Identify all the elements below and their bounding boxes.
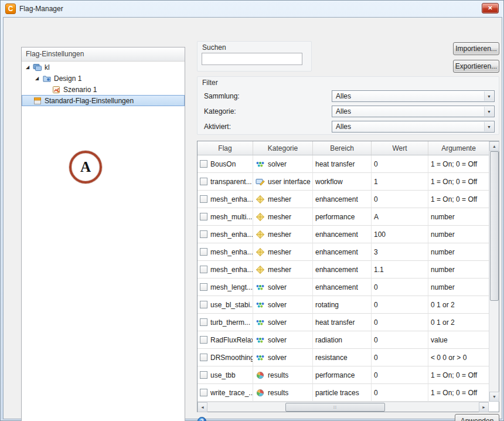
flag-checkbox[interactable] — [200, 283, 207, 291]
scroll-right-button[interactable]: ► — [479, 402, 489, 412]
table-row[interactable]: mesh_multi...mesherperformanceAnumber — [197, 208, 489, 226]
expand-collapse-icon[interactable]: ◢ — [33, 76, 40, 81]
vertical-scrollbar[interactable]: ▲ ▼ — [489, 141, 499, 402]
table-row[interactable]: write_trace_...resultsparticle traces01 … — [197, 384, 489, 402]
wert-cell: 0 — [372, 331, 428, 349]
mesher-icon — [256, 247, 265, 257]
table-row[interactable]: mesh_enha...mesherenhancement100number — [197, 226, 489, 243]
flag-cell: mesh_enha... — [197, 191, 253, 208]
column-header-kategorie[interactable]: Kategorie — [253, 141, 313, 155]
kategorie-cell: solver — [253, 314, 313, 331]
vertical-scroll-thumb[interactable] — [490, 151, 499, 301]
flag-checkbox[interactable] — [200, 301, 207, 308]
table-row[interactable]: use_tbbresultsperformance01 = On; 0 = Of… — [197, 366, 489, 384]
flag-checkbox[interactable] — [200, 230, 207, 238]
dropdown-arrow-icon: ▼ — [484, 107, 493, 116]
flag-cell: use_bl_stabi... — [197, 296, 253, 314]
flag-settings-header: Flag-Einstellungen — [22, 47, 185, 62]
kategorie-label: mesher — [268, 266, 291, 274]
solver-icon — [256, 353, 265, 362]
flag-settings-panel: Flag-Einstellungen ◢kl◢Design 1Szenario … — [21, 47, 185, 421]
solver-icon — [256, 300, 265, 310]
flag-cell: RadFluxRelax — [197, 331, 253, 349]
kategorie-cell: solver — [253, 279, 313, 296]
horizontal-scrollbar[interactable]: ◄ ⁞⁞ ► — [197, 402, 489, 412]
apply-button[interactable]: Anwenden — [455, 414, 499, 421]
flags-table: FlagKategorieBereichWertArgumente BousOn… — [197, 141, 499, 412]
table-row[interactable]: BousOnsolverheat transfer01 = On; 0 = Of… — [197, 155, 489, 173]
flag-checkbox[interactable] — [200, 336, 207, 344]
kategorie-cell: solver — [253, 349, 313, 366]
sammlung-dropdown[interactable]: Alles ▼ — [332, 90, 495, 102]
flag-cell: use_tbb — [197, 366, 253, 384]
argumente-cell: number — [428, 261, 489, 279]
wert-cell: 0 — [372, 191, 428, 208]
scroll-down-icon: ▼ — [492, 395, 496, 399]
flag-checkbox[interactable] — [200, 266, 207, 273]
filter-label-sammlung: Sammlung: — [204, 92, 240, 100]
table-row[interactable]: use_bl_stabi...solverrotating00 1 or 2 — [197, 296, 489, 314]
app-icon: C — [5, 4, 16, 14]
flag-checkbox[interactable] — [200, 195, 207, 203]
expand-collapse-icon[interactable]: ◢ — [24, 64, 31, 70]
bereich-cell: heat transfer — [313, 314, 372, 331]
flag-checkbox[interactable] — [200, 160, 207, 168]
horizontal-scroll-thumb[interactable]: ⁞⁞ — [285, 403, 385, 412]
flag-name: RadFluxRelax — [210, 336, 253, 344]
table-row[interactable]: mesh_lengt...solverenhancement0number — [197, 279, 489, 296]
flag-cell: write_trace_... — [197, 384, 253, 402]
kategorie-label: solver — [268, 301, 287, 309]
table-header-row: FlagKategorieBereichWertArgumente — [197, 141, 489, 155]
flag-checkbox[interactable] — [200, 318, 207, 326]
kategorie-cell: mesher — [253, 261, 313, 279]
kategorie-cell: user interface — [253, 173, 313, 191]
flag-checkbox[interactable] — [200, 213, 207, 220]
window-title: Flag-Manager — [19, 5, 63, 13]
help-icon[interactable]: ? — [197, 417, 206, 421]
flag-checkbox[interactable] — [200, 389, 207, 396]
column-header-argumente[interactable]: Argumente — [428, 141, 489, 155]
flag-name: transparent... — [210, 178, 252, 186]
table-row[interactable]: RadFluxRelaxsolverradiation0value — [197, 331, 489, 349]
kategorie-label: mesher — [268, 195, 291, 203]
dropdown-arrow-icon: ▼ — [484, 91, 493, 101]
scroll-down-button[interactable]: ▼ — [489, 392, 499, 402]
table-row[interactable]: mesh_enha...mesherenhancement3number — [197, 243, 489, 261]
flag-name: mesh_lengt... — [210, 283, 253, 291]
kategorie-cell: solver — [253, 331, 313, 349]
flag-checkbox[interactable] — [200, 178, 207, 185]
table-row[interactable]: mesh_enha...mesherenhancement01 = On; 0 … — [197, 191, 489, 208]
export-button[interactable]: Exportieren... — [453, 60, 499, 73]
bereich-cell: particle traces — [313, 384, 372, 402]
close-button[interactable]: ✕ — [482, 3, 499, 13]
column-header-flag[interactable]: Flag — [197, 141, 253, 155]
titlebar[interactable]: C Flag-Manager ✕ — [1, 1, 503, 17]
column-header-wert[interactable]: Wert — [372, 141, 428, 155]
tree-item-kl[interactable]: ◢kl — [22, 62, 185, 73]
flag-checkbox[interactable] — [200, 354, 207, 361]
bereich-cell: radiation — [313, 331, 372, 349]
tree-item-standard-flag-einstellungen[interactable]: Standard-Flag-Einstellungen — [22, 95, 185, 106]
flag-checkbox[interactable] — [200, 248, 207, 256]
scroll-up-button[interactable]: ▲ — [489, 141, 499, 151]
table-body: BousOnsolverheat transfer01 = On; 0 = Of… — [197, 155, 489, 402]
flag-checkbox[interactable] — [200, 371, 207, 379]
scroll-left-button[interactable]: ◄ — [197, 402, 207, 412]
column-header-bereich[interactable]: Bereich — [313, 141, 372, 155]
argumente-cell: 0 1 or 2 — [428, 314, 489, 331]
argumente-cell: 0 1 or 2 — [428, 296, 489, 314]
folders-icon — [33, 63, 42, 72]
kategorie-dropdown[interactable]: Alles ▼ — [332, 106, 495, 117]
tree-item-szenario-1[interactable]: Szenario 1 — [22, 84, 185, 95]
tree-item-design-1[interactable]: ◢Design 1 — [22, 73, 185, 84]
table-row[interactable]: mesh_enha...mesherenhancement1.1number — [197, 261, 489, 279]
aktiviert-dropdown[interactable]: Alles ▼ — [332, 121, 495, 133]
table-row[interactable]: DRSmoothingsolverresistance0< 0 0 or > 0 — [197, 349, 489, 366]
search-input[interactable] — [202, 53, 302, 65]
solver-icon — [256, 283, 265, 292]
table-row[interactable]: turb_therm...solverheat transfer00 1 or … — [197, 314, 489, 331]
filter-label-kategorie: Kategorie: — [204, 107, 236, 116]
argumente-cell: < 0 0 or > 0 — [428, 349, 489, 366]
table-row[interactable]: transparent...user interfaceworkflow11 =… — [197, 173, 489, 191]
import-button[interactable]: Importieren... — [453, 42, 499, 55]
